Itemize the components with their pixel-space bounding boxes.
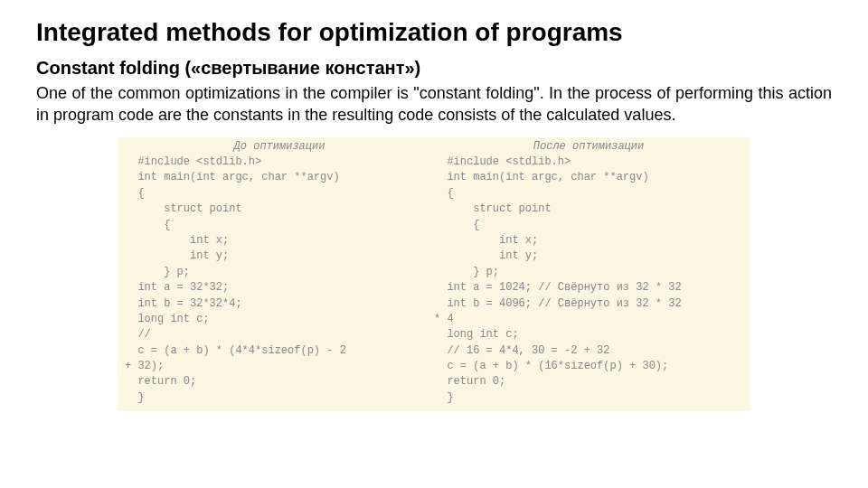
code-left-line: struct point: [125, 202, 434, 217]
code-header-after: После оптимизации: [434, 139, 743, 155]
code-comparison-block: До оптимизации После оптимизации #includ…: [118, 137, 750, 412]
code-right-line: {: [434, 186, 743, 202]
code-header-before: До оптимизации: [125, 139, 434, 155]
code-right-line: c = (a + b) * (16*sizeof(p) + 30);: [434, 359, 743, 374]
code-line: return 0; return 0;: [125, 374, 743, 389]
code-left-line: return 0;: [125, 374, 434, 389]
code-left-line: int main(int argc, char **argv): [125, 170, 434, 185]
code-left-line: #include <stdlib.h>: [125, 155, 434, 170]
code-right-line: } p;: [434, 265, 743, 280]
code-left-line: + 32);: [125, 359, 434, 374]
code-left-line: {: [125, 186, 434, 202]
code-line: #include <stdlib.h> #include <stdlib.h>: [125, 155, 743, 170]
code-line: } }: [125, 390, 743, 406]
code-right-line: int b = 4096; // Свёрнуто из 32 * 32: [434, 296, 743, 312]
code-left-line: int b = 32*32*4;: [125, 296, 434, 312]
code-line: int a = 32*32; int a = 1024; // Свёрнуто…: [125, 280, 743, 296]
code-right-line: // 16 = 4*4, 30 = -2 + 32: [434, 343, 743, 359]
section-subtitle: Constant folding («свертывание констант»…: [36, 58, 832, 79]
code-right-line: int x;: [434, 233, 743, 249]
code-line: } p; } p;: [125, 265, 743, 280]
code-right-line: #include <stdlib.h>: [434, 155, 743, 170]
code-right-line: int y;: [434, 249, 743, 264]
code-right-line: struct point: [434, 202, 743, 217]
code-left-line: int y;: [125, 249, 434, 264]
code-right-line: * 4: [434, 312, 743, 327]
code-line: c = (a + b) * (4*4*sizeof(p) - 2 // 16 =…: [125, 343, 743, 359]
code-line: int main(int argc, char **argv) int main…: [125, 170, 743, 185]
code-line: int y; int y;: [125, 249, 743, 264]
code-left-line: //: [125, 327, 434, 343]
code-line: long int c;* 4: [125, 312, 743, 327]
code-left-line: }: [125, 390, 434, 406]
code-line: struct point struct point: [125, 202, 743, 217]
code-right-line: int main(int argc, char **argv): [434, 170, 743, 185]
code-line: { {: [125, 186, 743, 202]
code-left-line: long int c;: [125, 312, 434, 327]
code-line: int x; int x;: [125, 233, 743, 249]
code-left-line: c = (a + b) * (4*4*sizeof(p) - 2: [125, 343, 434, 359]
code-line: // long int c;: [125, 327, 743, 343]
code-line: { {: [125, 218, 743, 233]
code-left-line: int a = 32*32;: [125, 280, 434, 296]
code-right-line: long int c;: [434, 327, 743, 343]
page-title: Integrated methods for optimization of p…: [36, 18, 832, 47]
code-line: + 32); c = (a + b) * (16*sizeof(p) + 30)…: [125, 359, 743, 374]
code-left-line: } p;: [125, 265, 434, 280]
code-line: int b = 32*32*4; int b = 4096; // Свёрну…: [125, 296, 743, 312]
code-right-line: {: [434, 218, 743, 233]
code-left-line: {: [125, 218, 434, 233]
body-paragraph: One of the common optimizations in the c…: [36, 82, 832, 127]
code-left-line: int x;: [125, 233, 434, 249]
code-header-row: До оптимизации После оптимизации: [125, 139, 743, 155]
code-right-line: return 0;: [434, 374, 743, 389]
code-right-line: }: [434, 390, 743, 406]
code-right-line: int a = 1024; // Свёрнуто из 32 * 32: [434, 280, 743, 296]
